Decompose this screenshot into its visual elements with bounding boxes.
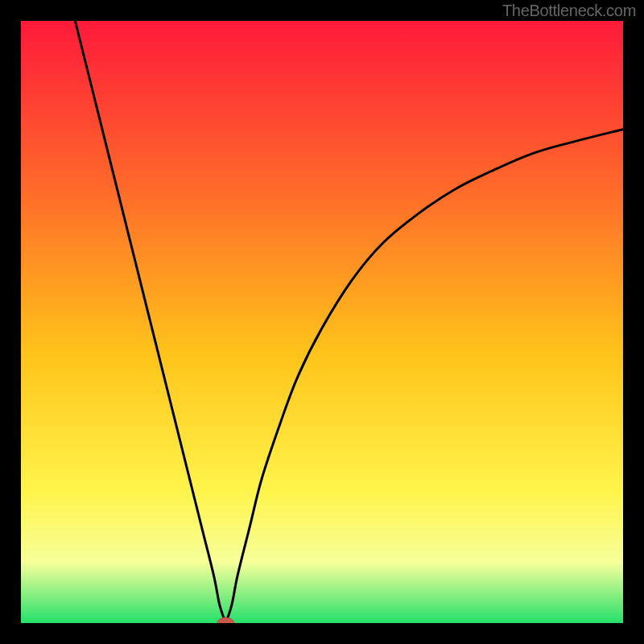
- watermark-text: TheBottleneck.com: [502, 2, 636, 20]
- gradient-background: [21, 21, 623, 623]
- chart-plot-area: [21, 21, 623, 623]
- chart-frame: TheBottleneck.com: [0, 0, 644, 644]
- chart-svg: [21, 21, 623, 623]
